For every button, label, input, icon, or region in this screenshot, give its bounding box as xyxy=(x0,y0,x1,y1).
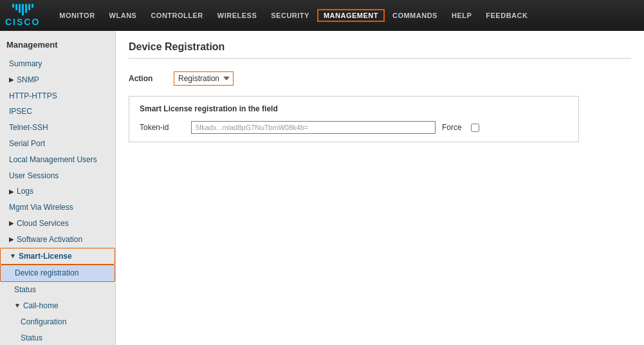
nav-link-management[interactable]: MANAGEMENT xyxy=(317,9,385,22)
sidebar-item-label: Status xyxy=(14,285,36,294)
arrow-down-icon: ▼ xyxy=(10,252,16,261)
sidebar-item-device-registration[interactable]: Device registration xyxy=(0,265,115,282)
nav-item-controller[interactable]: CONTROLLER xyxy=(144,9,209,22)
smart-license-section: Smart License registration in the field … xyxy=(129,96,579,142)
nav-item-help[interactable]: HELP xyxy=(445,9,478,22)
sidebar-title: Management xyxy=(0,36,115,56)
sidebar-item-label: HTTP-HTTPS xyxy=(9,91,57,100)
sidebar-item-label: Serial Port xyxy=(9,139,45,148)
sidebar-item-mgmt-via-wireless[interactable]: Mgmt Via Wireless xyxy=(0,200,115,216)
arrow-right-icon: ▶ xyxy=(9,187,14,196)
content-area: Device Registration Action RegistrationD… xyxy=(116,31,644,345)
sidebar-item-logs[interactable]: ▶Logs xyxy=(0,183,115,200)
main-layout: Management Summary▶SNMPHTTP-HTTPSIPSECTe… xyxy=(0,31,644,345)
force-label: Force xyxy=(442,123,462,132)
sidebar-item-label: IPSEC xyxy=(9,107,32,116)
main-nav-list: MONITORWLANsCONTROLLERWIRELESSSECURITYMA… xyxy=(53,9,534,22)
top-navigation: CISCO MONITORWLANsCONTROLLERWIRELESSSECU… xyxy=(0,0,644,31)
nav-item-security[interactable]: SECURITY xyxy=(264,9,316,22)
force-checkbox[interactable] xyxy=(471,124,479,132)
sidebar-item-status[interactable]: Status xyxy=(0,282,115,298)
sidebar-item-label: Local Management Users xyxy=(9,155,97,164)
sidebar-item-label: Status xyxy=(21,333,42,342)
sidebar-item-cloud-services[interactable]: ▶Cloud Services xyxy=(0,216,115,232)
sidebar-item-label: Smart-License xyxy=(19,251,72,262)
smart-license-section-title: Smart License registration in the field xyxy=(140,104,568,113)
arrow-right-icon: ▶ xyxy=(9,75,14,84)
sidebar-item-software-activation[interactable]: ▶Software Activation xyxy=(0,232,115,248)
nav-item-management[interactable]: MANAGEMENT xyxy=(317,9,385,22)
sidebar: Management Summary▶SNMPHTTP-HTTPSIPSECTe… xyxy=(0,31,116,345)
nav-item-wireless[interactable]: WIRELESS xyxy=(211,9,263,22)
sidebar-item-http-https[interactable]: HTTP-HTTPS xyxy=(0,88,115,104)
arrow-down-icon: ▼ xyxy=(14,301,21,310)
sidebar-item-label: Software Activation xyxy=(17,234,82,245)
nav-item-feedback[interactable]: FEEDBACK xyxy=(479,9,534,22)
page-title: Device Registration xyxy=(129,41,631,59)
arrow-right-icon: ▶ xyxy=(9,235,14,244)
sidebar-item-label: User Sessions xyxy=(9,171,59,180)
sidebar-item-status[interactable]: Status xyxy=(0,330,115,345)
cisco-logo: CISCO xyxy=(5,4,40,28)
nav-link-help[interactable]: HELP xyxy=(445,9,478,22)
nav-link-monitor[interactable]: MONITOR xyxy=(53,9,101,22)
arrow-right-icon: ▶ xyxy=(9,219,14,228)
sidebar-item-user-sessions[interactable]: User Sessions xyxy=(0,168,115,184)
action-select[interactable]: RegistrationDe-registerRenew xyxy=(174,71,234,86)
nav-item-wlans[interactable]: WLANs xyxy=(103,9,143,22)
nav-link-commands[interactable]: COMMANDS xyxy=(386,9,444,22)
sidebar-item-label: Telnet-SSH xyxy=(9,123,48,132)
nav-link-security[interactable]: SECURITY xyxy=(264,9,316,22)
sidebar-item-label: Summary xyxy=(9,59,42,68)
sidebar-item-label: SNMP xyxy=(17,75,39,86)
nav-link-controller[interactable]: CONTROLLER xyxy=(144,9,209,22)
sidebar-item-telnet-ssh[interactable]: Telnet-SSH xyxy=(0,120,115,136)
sidebar-item-serial-port[interactable]: Serial Port xyxy=(0,136,115,152)
token-id-row: Token-id Force xyxy=(140,121,568,134)
nav-link-feedback[interactable]: FEEDBACK xyxy=(479,9,534,22)
cisco-bars-icon xyxy=(12,4,33,15)
cisco-wordmark: CISCO xyxy=(5,17,40,28)
sidebar-item-label: Device registration xyxy=(15,268,78,277)
token-id-label: Token-id xyxy=(140,123,185,132)
sidebar-item-label: Mgmt Via Wireless xyxy=(9,203,73,212)
nav-link-wlans[interactable]: WLANs xyxy=(103,9,143,22)
nav-item-commands[interactable]: COMMANDS xyxy=(386,9,444,22)
sidebar-item-snmp[interactable]: ▶SNMP xyxy=(0,72,115,88)
nav-link-wireless[interactable]: WIRELESS xyxy=(211,9,263,22)
token-id-input[interactable] xyxy=(191,121,436,134)
sidebar-item-local-management-users[interactable]: Local Management Users xyxy=(0,152,115,168)
sidebar-item-ipsec[interactable]: IPSEC xyxy=(0,104,115,120)
sidebar-item-label: Logs xyxy=(17,186,33,197)
sidebar-item-call-home[interactable]: ▼Call-home xyxy=(0,298,115,314)
action-row: Action RegistrationDe-registerRenew xyxy=(129,71,631,86)
sidebar-item-smart-license[interactable]: ▼Smart-License xyxy=(0,248,115,265)
sidebar-item-configuration[interactable]: Configuration xyxy=(0,314,115,330)
sidebar-item-label: Call-home xyxy=(23,301,59,312)
sidebar-item-label: Configuration xyxy=(21,317,66,326)
action-label: Action xyxy=(129,74,167,83)
sidebar-item-summary[interactable]: Summary xyxy=(0,56,115,72)
sidebar-item-label: Cloud Services xyxy=(17,218,69,229)
nav-item-monitor[interactable]: MONITOR xyxy=(53,9,101,22)
sidebar-items-container: Summary▶SNMPHTTP-HTTPSIPSECTelnet-SSHSer… xyxy=(0,56,115,345)
